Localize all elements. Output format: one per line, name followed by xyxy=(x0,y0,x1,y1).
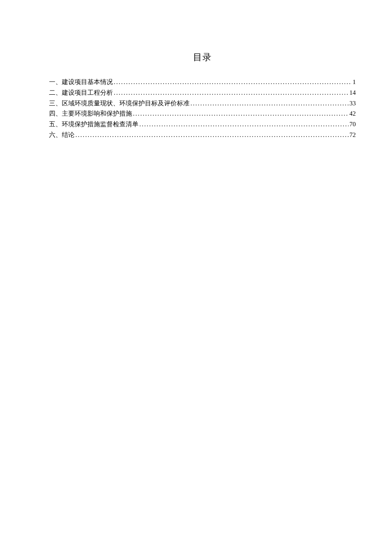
document-page: 目录 一、建设项目基本情况 1 二、建设项目工程分析 14 三、区域环境质量现状… xyxy=(0,0,392,140)
toc-leader-dots xyxy=(75,130,349,140)
toc-entry: 一、建设项目基本情况 1 xyxy=(49,77,356,87)
toc-leader-dots xyxy=(139,119,349,130)
toc-entry-page: 70 xyxy=(349,119,356,130)
toc-entry: 三、区域环境质量现状、环境保护目标及评价标准 33 xyxy=(49,98,356,109)
toc-entry-label: 三、区域环境质量现状、环境保护目标及评价标准 xyxy=(49,98,190,109)
toc-entry-label: 四、主要环境影响和保护措施 xyxy=(49,108,132,119)
toc-entry: 六、结论 72 xyxy=(49,130,356,140)
toc-entry-page: 14 xyxy=(349,87,356,98)
toc-leader-dots xyxy=(133,108,349,119)
toc-entry-page: 1 xyxy=(353,77,356,87)
toc-entry: 二、建设项目工程分析 14 xyxy=(49,87,356,98)
toc-entry-label: 二、建设项目工程分析 xyxy=(49,87,113,98)
toc-entry: 四、主要环境影响和保护措施 42 xyxy=(49,108,356,119)
toc-entry-page: 33 xyxy=(349,98,356,109)
toc-entry-label: 一、建设项目基本情况 xyxy=(49,77,113,87)
toc-leader-dots xyxy=(114,87,349,98)
toc-entry-label: 六、结论 xyxy=(49,130,75,140)
toc-entry-page: 72 xyxy=(349,130,356,140)
toc-title: 目录 xyxy=(49,51,356,63)
toc-entry: 五、环境保护措施监督检查清单 70 xyxy=(49,119,356,130)
toc-entry-label: 五、环境保护措施监督检查清单 xyxy=(49,119,138,130)
toc-leader-dots xyxy=(114,77,352,87)
toc-entry-page: 42 xyxy=(349,108,356,119)
toc-leader-dots xyxy=(190,98,349,109)
